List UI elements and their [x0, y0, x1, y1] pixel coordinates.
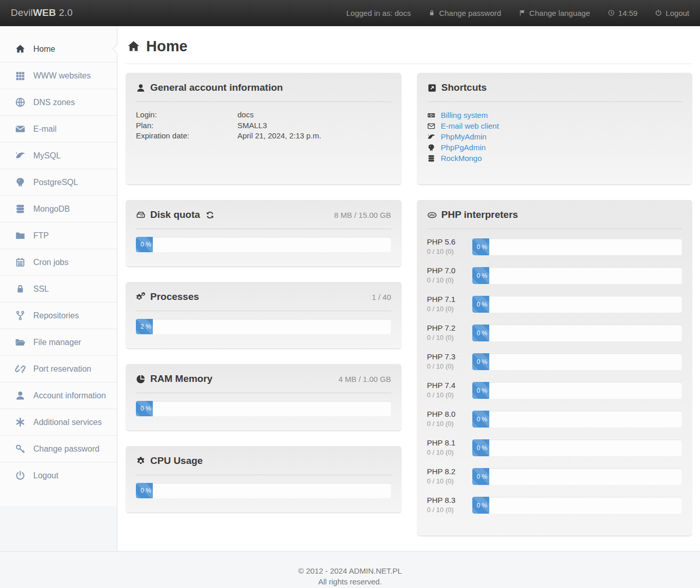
- sidebar-item-mysql[interactable]: MySQL: [0, 143, 117, 169]
- php-row: PHP 7.2 0 / 10 (0) 0 %: [427, 323, 683, 343]
- user-icon: [12, 390, 28, 401]
- brand-prefix: Devil: [11, 7, 33, 18]
- navbar-change-language[interactable]: Change language: [518, 9, 590, 17]
- php-row: PHP 7.1 0 / 10 (0) 0 %: [427, 294, 683, 314]
- sidebar-item-www-websites[interactable]: WWW websites: [0, 63, 117, 89]
- sidebar-item-file-manager[interactable]: File manager: [0, 329, 117, 356]
- panel-header: CPU Usage: [136, 454, 391, 468]
- php-row: PHP 8.1 0 / 10 (0) 0 %: [427, 438, 683, 458]
- page-footer: © 2012 - 2024 ADMIN.NET.PL All rights re…: [0, 552, 700, 588]
- php-body: PHP 5.6 0 / 10 (0) 0 % PHP 7.0 0 / 10 (0…: [427, 237, 683, 515]
- panel-cpu-usage: CPU Usage 0 %: [126, 446, 402, 513]
- sidebar-item-change-password[interactable]: Change password: [0, 436, 117, 462]
- navbar-logout[interactable]: Logout: [655, 9, 689, 17]
- panel-header: Shortcuts: [427, 81, 683, 94]
- code-fork-icon: [12, 310, 28, 321]
- shortcut-link[interactable]: E-mail web client: [441, 120, 499, 131]
- folder-open-icon: [12, 337, 28, 348]
- php-progress: 0 %: [472, 325, 683, 341]
- php-version-cell: PHP 8.3 0 / 10 (0): [427, 495, 472, 515]
- sidebar-item-ftp[interactable]: FTP: [0, 222, 117, 249]
- sidebar-item-label: Logout: [33, 471, 58, 480]
- panel-title: php PHP interpreters: [427, 209, 518, 220]
- panel-disk-quota: Disk quota 8 MB / 15.00 GB 0 %: [126, 200, 402, 267]
- php-version-cell: PHP 8.0 0 / 10 (0): [427, 409, 472, 429]
- sidebar: Home WWW websites DNS zones E-mail MySQL…: [0, 26, 117, 506]
- sidebar-item-label: File manager: [33, 338, 81, 347]
- cpu-body: 0 %: [136, 483, 391, 504]
- sidebar-item-label: PostgreSQL: [33, 178, 78, 187]
- sidebar-item-label: WWW websites: [33, 71, 91, 80]
- panel-header: RAM Memory 4 MB / 1.00 GB: [136, 372, 391, 386]
- page-title: Home: [127, 38, 692, 55]
- disk-quota-progress-bar: 0 %: [136, 237, 153, 252]
- sidebar-item-repositories[interactable]: Repositories: [0, 302, 117, 329]
- row-label: Plan:: [136, 120, 237, 131]
- php-progress: 0 %: [472, 468, 683, 485]
- panel-shortcuts: Shortcuts Billing system E-mail web: [417, 73, 693, 185]
- pie-chart-icon: [136, 374, 146, 384]
- sidebar-item-postgresql[interactable]: PostgreSQL: [0, 169, 117, 196]
- php-progress-bar: 0 %: [472, 411, 489, 428]
- sidebar-item-home[interactable]: Home: [0, 36, 117, 63]
- page-title-text: Home: [146, 38, 188, 55]
- refresh-icon[interactable]: [206, 211, 214, 219]
- brand-logo[interactable]: DevilWEB 2.0: [11, 7, 73, 18]
- php-row: PHP 8.3 0 / 10 (0) 0 %: [427, 495, 683, 515]
- sidebar-item-email[interactable]: E-mail: [0, 116, 117, 143]
- panel-header: Disk quota 8 MB / 15.00 GB: [136, 208, 391, 221]
- php-progress: 0 %: [472, 238, 683, 255]
- change-password-label: Change password: [439, 9, 501, 17]
- panel-title: CPU Usage: [136, 455, 203, 467]
- disk-quota-body: 0 %: [136, 237, 391, 258]
- php-version-cell: PHP 8.2 0 / 10 (0): [427, 467, 472, 486]
- sidebar-item-cron-jobs[interactable]: Cron jobs: [0, 249, 117, 276]
- row-value: April 21, 2024, 2:13 p.m.: [237, 131, 391, 141]
- shortcut-link[interactable]: PhpMyAdmin: [441, 131, 487, 142]
- ram-usage: 4 MB / 1.00 GB: [338, 375, 391, 383]
- globe-icon: [12, 97, 28, 108]
- php-version-cell: PHP 8.1 0 / 10 (0): [427, 438, 472, 458]
- hdd-icon: [136, 210, 146, 220]
- shortcut-link[interactable]: PhpPgAdmin: [441, 142, 486, 153]
- sidebar-item-mongodb[interactable]: MongoDB: [0, 196, 117, 222]
- home-icon: [12, 44, 28, 54]
- sidebar-item-dns-zones[interactable]: DNS zones: [0, 89, 117, 116]
- asterisk-icon: [12, 417, 28, 428]
- shortcut-phppgadmin: PhpPgAdmin: [427, 142, 683, 153]
- shortcut-email-web-client: E-mail web client: [427, 120, 683, 131]
- php-row: PHP 7.0 0 / 10 (0) 0 %: [427, 266, 683, 286]
- navbar-clock: 14:59: [608, 9, 638, 17]
- copyright-text: © 2012 - 2024 ADMIN.NET.PL: [0, 565, 700, 576]
- postgresql-elephant-icon: [427, 144, 436, 152]
- postgresql-elephant-icon: [12, 177, 28, 188]
- external-link-square-icon: [427, 83, 437, 93]
- panel-divider: [136, 393, 391, 393]
- panel-columns: General account information Login: docs …: [126, 73, 692, 536]
- panel-ram-memory: RAM Memory 4 MB / 1.00 GB 0 %: [126, 364, 402, 431]
- sidebar-item-port-reservation[interactable]: Port reservation: [0, 356, 117, 382]
- lock-icon: [12, 283, 28, 294]
- sidebar-item-label: Change password: [33, 444, 99, 454]
- sidebar-item-label: SSL: [33, 285, 49, 294]
- shortcut-link[interactable]: RockMongo: [441, 153, 482, 164]
- chain-broken-icon: [12, 363, 28, 374]
- sidebar-item-logout[interactable]: Logout: [0, 462, 117, 489]
- shortcut-billing-system: Billing system: [427, 110, 683, 120]
- mysql-dolphin-icon: [427, 133, 436, 141]
- php-progress-bar: 0 %: [472, 238, 489, 255]
- sidebar-item-label: Home: [33, 45, 55, 54]
- navbar-change-password[interactable]: Change password: [428, 9, 501, 17]
- sidebar-item-account-information[interactable]: Account information: [0, 382, 117, 409]
- php-progress-bar: 0 %: [472, 468, 489, 485]
- money-icon: [427, 111, 436, 119]
- panel-title: Disk quota: [136, 209, 214, 220]
- sidebar-item-additional-services[interactable]: Additional services: [0, 409, 117, 436]
- panel-general-account-information: General account information Login: docs …: [126, 73, 402, 185]
- sidebar-item-ssl[interactable]: SSL: [0, 276, 117, 302]
- main-content: Home General account information: [117, 26, 700, 551]
- php-version-cell: PHP 7.1 0 / 10 (0): [427, 294, 472, 314]
- panel-divider: [136, 229, 391, 229]
- processes-progress-bar: 2 %: [136, 319, 153, 334]
- shortcut-link[interactable]: Billing system: [441, 110, 488, 120]
